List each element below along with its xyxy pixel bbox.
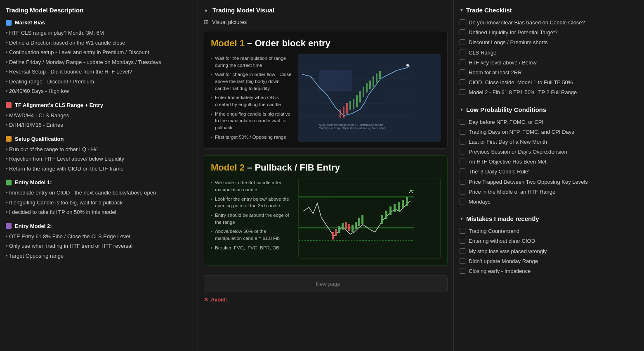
checklist-item: Room for at least 2RR <box>460 68 638 78</box>
model1-bullet: Wait for the manipulation of range durin… <box>211 54 293 70</box>
checklist-item: Trading Days on NFP, FOMC, and CPI Days <box>460 127 638 137</box>
model2-bullet: We trade in the 3rd candle after manipul… <box>211 178 293 194</box>
checkbox[interactable] <box>460 139 465 145</box>
checkbox[interactable] <box>460 39 465 45</box>
svg-rect-13 <box>359 91 361 102</box>
setup-qual-bullets: Run out of the range to other LQ - H/L R… <box>6 145 192 174</box>
checklist-item: Model 2 - Fib 61.8 TP1 50%, TP 2 Full Ra… <box>460 88 638 97</box>
svg-rect-18 <box>376 74 377 83</box>
bullet-item: D/H4/H1/M15 - Entries <box>6 120 192 130</box>
market-bias-header: Market Bias <box>6 19 192 26</box>
svg-rect-40 <box>394 204 396 212</box>
svg-rect-17 <box>373 76 374 87</box>
checklist-item: Closing early - Impatience <box>460 266 638 276</box>
low-prob-triangle: ▼ <box>460 107 464 112</box>
checkbox[interactable] <box>460 119 465 125</box>
market-bias-dot <box>6 20 12 26</box>
model2-content: We trade in the 3rd candle after manipul… <box>211 178 441 259</box>
svg-rect-30 <box>342 223 344 230</box>
checkbox[interactable] <box>460 179 465 185</box>
checkbox[interactable] <box>460 258 465 264</box>
model1-chart: *Only trade this model if the OB downclo… <box>298 54 441 142</box>
entry-model1-header: Entry Model 1: <box>6 179 192 185</box>
checklist-label: Last or First Day of a New Month <box>469 138 547 146</box>
svg-rect-0 <box>298 54 414 132</box>
bullet-item: HTF CLS range in play? Month, 3M, 6M <box>6 28 192 38</box>
model1-title: Model 1 – Order block entry <box>211 38 441 49</box>
svg-rect-15 <box>366 83 368 92</box>
checkbox[interactable] <box>460 228 465 234</box>
bullet-item: Target Opposing range <box>6 251 192 261</box>
checklist-item: Price in the Middle of an HTF Range <box>460 187 638 197</box>
checklist-item: Previous Session or Day's Overextension <box>460 147 638 157</box>
checkbox[interactable] <box>460 59 465 65</box>
checklist-label: Model 2 - Fib 61.8 TP1 50%, TP 2 Full Ra… <box>469 89 577 96</box>
checkbox[interactable] <box>460 159 465 164</box>
checklist-item: Price Trapped Between Two Opposing Key L… <box>460 177 638 187</box>
checklist-label: Price Trapped Between Two Opposing Key L… <box>469 178 588 186</box>
model2-card: Model 2 – Pullback / FIB Entry We trade … <box>204 155 448 266</box>
checkbox[interactable] <box>460 199 465 204</box>
svg-rect-43 <box>406 197 408 206</box>
bullet-item: I decided to take full TP on 50% in this… <box>6 207 192 217</box>
svg-rect-16 <box>369 81 371 89</box>
svg-point-20 <box>406 64 409 66</box>
checkbox[interactable] <box>460 29 465 35</box>
checkbox[interactable] <box>460 248 465 254</box>
tf-alignment-header: TF Alignment's CLS Range + Entry <box>6 102 192 108</box>
svg-rect-39 <box>389 206 392 215</box>
avoid-icon: ✕ <box>204 296 208 303</box>
checklist-label: Trading Days on NFP, FOMC, and CPI Days <box>469 128 574 136</box>
checkbox[interactable] <box>460 19 465 25</box>
bullet-item: Continuation setup - Level and entry in … <box>6 47 192 57</box>
checkbox[interactable] <box>460 79 465 85</box>
svg-text:*Only trade this model if the : *Only trade this model if the OB downclo… <box>319 123 383 127</box>
checklist-item: Day before NFP, FOMC, or CPI <box>460 117 638 127</box>
checkbox[interactable] <box>460 129 465 135</box>
model2-bullet: Above/below 50% of the manipulation cand… <box>211 227 293 243</box>
svg-rect-12 <box>356 95 358 107</box>
model2-chart-area <box>298 178 441 259</box>
checklist-label: Mondays <box>469 198 491 206</box>
svg-rect-36 <box>361 215 363 224</box>
svg-rect-37 <box>381 215 383 224</box>
checkbox[interactable] <box>460 189 465 194</box>
svg-rect-41 <box>398 202 400 211</box>
model1-chart-svg: *Only trade this model if the OB downclo… <box>298 54 414 132</box>
checkbox[interactable] <box>460 238 465 244</box>
checkbox[interactable] <box>460 69 465 75</box>
checklist-label: Didn't update Monday Range <box>469 258 538 265</box>
checkbox[interactable] <box>460 50 465 55</box>
checklist-label: The '3-Daily Candle Rule' <box>469 168 529 176</box>
checkbox[interactable] <box>460 149 465 154</box>
svg-rect-11 <box>353 99 354 109</box>
new-page-button[interactable]: + New page <box>204 275 448 292</box>
visual-header: ⊞ Visual pictures <box>204 19 448 25</box>
collapse-triangle[interactable]: ▼ <box>204 8 208 13</box>
bullet-item: Rejection from HTF Level above/ below Li… <box>6 154 192 164</box>
model1-bullet: Wait for change in order flow - Close ab… <box>211 70 293 93</box>
checkbox[interactable] <box>460 268 465 274</box>
model2-bullet: Entry should be around the edge of the r… <box>211 211 293 227</box>
visual-icon: ⊞ <box>204 19 209 25</box>
svg-rect-19 <box>379 71 381 79</box>
entry-model2-dot <box>6 223 12 229</box>
model2-bullets: We trade in the 3rd candle after manipul… <box>211 178 293 259</box>
checklist-item: Last or First Day of a New Month <box>460 137 638 147</box>
svg-rect-35 <box>358 218 360 226</box>
checkbox[interactable] <box>460 168 465 174</box>
left-column: Trading Model Description Market Bias HT… <box>0 0 198 351</box>
svg-rect-33 <box>351 225 354 232</box>
checkbox[interactable] <box>460 89 465 95</box>
bullet-item: Run out of the range to other LQ - H/L <box>6 145 192 154</box>
svg-rect-34 <box>355 222 357 229</box>
middle-column: ▼ Trading Model Visual ⊞ Visual pictures… <box>198 0 454 351</box>
checklist-label: Defined Liquidity for Potential Target? <box>469 29 558 36</box>
entry-model2-bullets: OTE Entry 61.8% Fibo / Close the CLS Edg… <box>6 232 192 261</box>
entry-model2-header: Entry Model 2: <box>6 223 192 229</box>
checklist-label: CLS Range <box>469 49 496 57</box>
model1-content: Wait for the manipulation of range durin… <box>211 54 441 142</box>
avoid-row: ✕ Avoid: <box>204 296 448 303</box>
model1-bullet: First target 50% / Opposing range <box>211 133 293 142</box>
mistakes-title: ▼ Mistakes I made recently <box>460 215 638 222</box>
